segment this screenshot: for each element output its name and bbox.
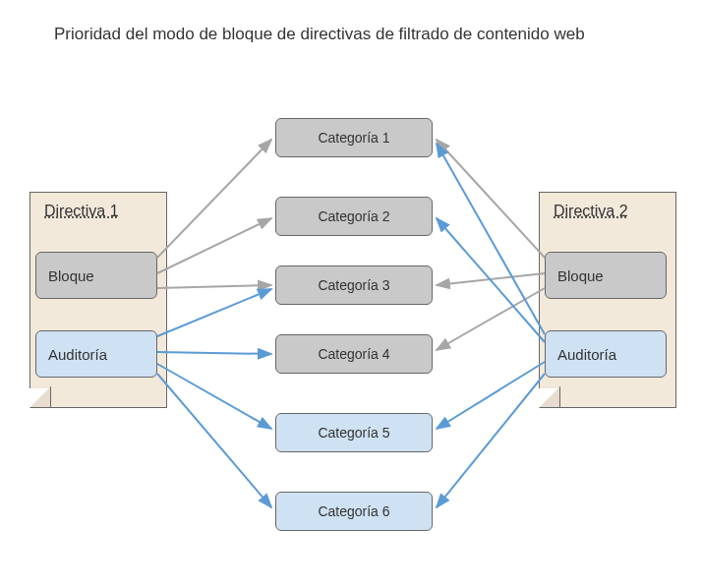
policy-1-audit-label: Auditoría xyxy=(48,346,107,363)
arrow-p2-audit-c6 xyxy=(437,374,545,507)
arrow-p2-audit-c1 xyxy=(437,144,545,334)
category-3: Categoría 3 xyxy=(275,265,433,305)
policy-1-block-label: Bloque xyxy=(48,267,94,284)
arrow-p1-block-c3 xyxy=(157,285,271,288)
arrow-p2-block-c1 xyxy=(437,140,545,258)
arrow-p1-audit-c3 xyxy=(157,289,271,336)
arrow-p2-audit-c5 xyxy=(437,362,545,429)
arrow-p1-block-c1 xyxy=(157,140,271,258)
policy-2-audit-mode: Auditoría xyxy=(545,330,667,378)
arrow-p1-audit-c4 xyxy=(157,352,271,354)
diagram-title: Prioridad del modo de bloque de directiv… xyxy=(0,0,702,44)
arrow-p2-block-c4 xyxy=(437,288,545,350)
arrow-p1-audit-c6 xyxy=(157,374,271,507)
policy-2-block-label: Bloque xyxy=(557,267,604,284)
policy-1-audit-mode: Auditoría xyxy=(35,330,157,378)
policy-2-block-mode: Bloque xyxy=(545,252,667,299)
arrow-p2-audit-c2 xyxy=(437,218,545,342)
arrow-p1-block-c2 xyxy=(157,218,271,273)
category-2: Categoría 2 xyxy=(275,197,433,236)
category-1: Categoría 1 xyxy=(275,118,433,157)
category-4-label: Categoría 4 xyxy=(318,346,389,362)
policy-2-panel: Directiva 2 Bloque Auditoría xyxy=(539,192,676,408)
policy-1-title: Directiva 1 xyxy=(30,193,166,230)
policy-1-block-mode: Bloque xyxy=(35,252,157,299)
category-6-label: Categoría 6 xyxy=(318,503,389,519)
category-6: Categoría 6 xyxy=(275,492,433,531)
arrow-p1-audit-c5 xyxy=(157,364,271,429)
category-2-label: Categoría 2 xyxy=(318,208,389,224)
policy-1-panel: Directiva 1 Bloque Auditoría xyxy=(29,192,167,408)
category-4: Categoría 4 xyxy=(275,334,433,374)
category-1-label: Categoría 1 xyxy=(318,130,389,146)
category-5-label: Categoría 5 xyxy=(318,425,389,441)
arrow-p2-block-c3 xyxy=(437,273,545,285)
category-5: Categoría 5 xyxy=(275,413,433,452)
category-3-label: Categoría 3 xyxy=(318,277,389,293)
policy-2-audit-label: Auditoría xyxy=(557,346,616,363)
policy-2-title: Directiva 2 xyxy=(540,193,675,230)
